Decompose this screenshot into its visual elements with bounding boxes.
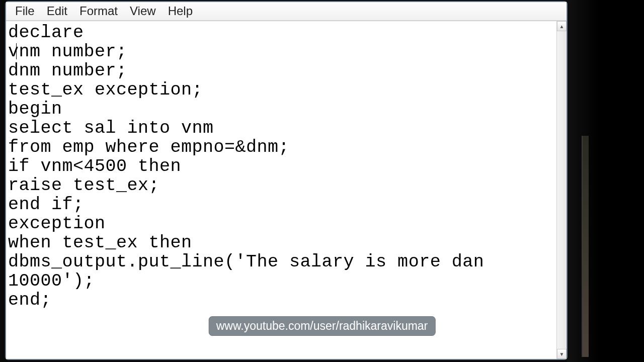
- chevron-up-icon: ▲: [559, 24, 565, 29]
- client-area: declare vnm number; dnm number; test_ex …: [6, 21, 567, 359]
- scroll-up-button[interactable]: ▲: [557, 21, 567, 31]
- background-strip: [582, 136, 589, 357]
- menu-help[interactable]: Help: [162, 3, 199, 19]
- menu-format[interactable]: Format: [73, 3, 124, 19]
- notepad-window: File Edit Format View Help declare vnm n…: [5, 1, 568, 360]
- text-editor[interactable]: declare vnm number; dnm number; test_ex …: [6, 21, 556, 359]
- menu-edit[interactable]: Edit: [41, 3, 73, 19]
- screen-root: File Edit Format View Help declare vnm n…: [0, 0, 644, 362]
- watermark-url: www.youtube.com/user/radhikaravikumar: [209, 316, 436, 336]
- scroll-down-button[interactable]: ▼: [557, 349, 567, 359]
- text-caret-icon: [16, 43, 17, 59]
- menu-file[interactable]: File: [9, 3, 41, 19]
- vertical-scrollbar[interactable]: ▲ ▼: [556, 21, 567, 359]
- menu-bar: File Edit Format View Help: [6, 2, 567, 21]
- menu-view[interactable]: View: [124, 3, 162, 19]
- chevron-down-icon: ▼: [559, 351, 565, 357]
